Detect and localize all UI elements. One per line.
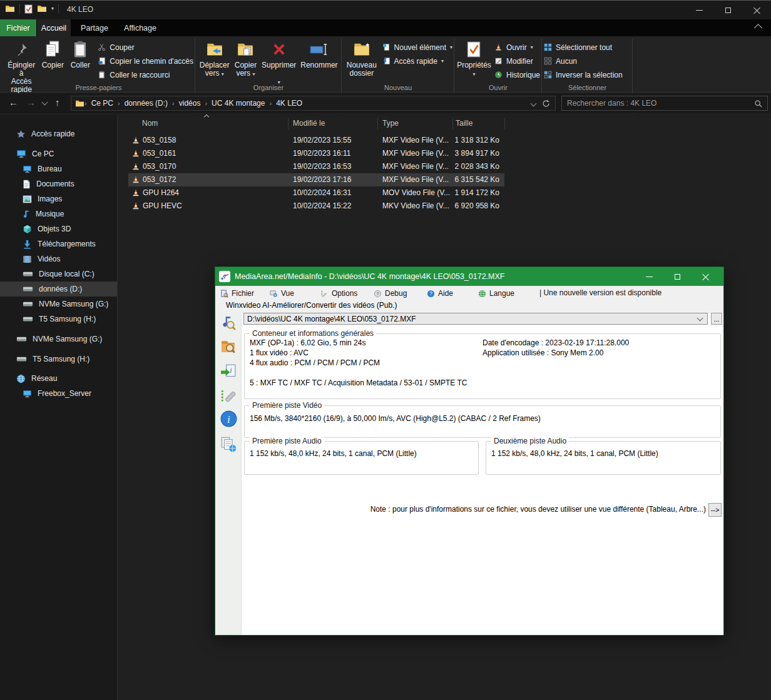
copy-to-button[interactable]: Copier vers ▾ (232, 38, 259, 78)
web-export-icon[interactable] (220, 435, 237, 453)
menu-options[interactable]: Options (320, 286, 357, 301)
sidebar-item-ce-pc[interactable]: Ce PC (0, 146, 117, 161)
sidebar-item-telechargements[interactable]: Téléchargements (0, 236, 117, 251)
address-dropdown-caret-icon[interactable] (531, 100, 537, 106)
sidebar-item-t5-samsung-h-root[interactable]: T5 Samsung (H:) (0, 352, 117, 367)
file-row[interactable]: GPU H264 10/02/2024 16:31 MOV Video File… (128, 186, 504, 200)
sidebar-item-bureau[interactable]: Bureau (0, 161, 117, 176)
menu-debug[interactable]: ? Debug (374, 286, 407, 301)
menu-aide[interactable]: ? Aide (427, 286, 453, 301)
ribbon-group-open: Propriétés▾ Ouvrir ▾ Modifier Historique (456, 36, 540, 93)
file-size: 2 028 343 Ko (438, 162, 499, 171)
select-all-button[interactable]: Sélectionner tout (544, 42, 631, 53)
new-folder-icon[interactable] (37, 4, 47, 13)
qat-customize-caret-icon[interactable]: ▾ (51, 6, 54, 11)
open-button[interactable]: Ouvrir ▾ (494, 42, 540, 53)
file-row[interactable]: 053_0161 19/02/2023 16:11 MXF Video File… (128, 147, 504, 160)
tab-fichier[interactable]: Fichier (0, 19, 36, 36)
sidebar-item-videos[interactable]: Vidéos (0, 251, 117, 266)
sidebar-item-freebox-server[interactable]: Freebox_Server (0, 386, 117, 401)
search-icon[interactable] (754, 99, 767, 108)
edit-button[interactable]: Modifier (494, 56, 540, 66)
folder-icon[interactable] (5, 4, 15, 13)
file-row[interactable]: GPU HEVC 10/02/2024 15:22 MKV Video File… (128, 200, 504, 213)
column-header-type[interactable]: Type (382, 119, 399, 128)
breadcrumb[interactable]: › Ce PC › données (D:) › vidéos › UC 4K … (71, 96, 556, 111)
collapse-ribbon-icon[interactable] (754, 24, 762, 32)
group-label-new: Nouveau (344, 84, 452, 91)
recent-locations-caret-icon[interactable] (42, 99, 48, 106)
quick-access-add-button[interactable]: Accès rapide ▾ (382, 56, 452, 66)
menu-fichier[interactable]: Fichier (220, 286, 254, 301)
ad-banner-link[interactable]: Winxvideo AI-Améliorer/Convertir des vid… (215, 301, 723, 313)
copy-path-button[interactable]: Copier le chemin d'accès (98, 56, 193, 66)
video-stream-count: 1 flux vidéo : AVC (250, 348, 309, 357)
new-item-button[interactable]: Nouvel élément ▾ (382, 42, 452, 53)
column-header-modifie-le[interactable]: Modifié le (293, 119, 325, 128)
close-button[interactable] (742, 1, 771, 19)
preferences-icon[interactable] (220, 387, 237, 405)
maximize-button[interactable] (713, 1, 742, 19)
tab-accueil[interactable]: Accueil (37, 19, 71, 36)
cut-button[interactable]: Couper (98, 42, 193, 53)
update-notice[interactable]: | Une nouvelle version est disponible (539, 288, 661, 297)
properties-button[interactable]: Propriétés▾ (456, 38, 492, 78)
open-file-icon[interactable] (220, 314, 237, 332)
back-icon[interactable]: ← (9, 97, 18, 108)
file-path-combobox[interactable]: D:\vidéos\UC 4K montage\4K LEO\053_0172.… (243, 313, 708, 325)
search-input[interactable] (562, 99, 754, 108)
menu-vue[interactable]: Vue (270, 286, 294, 301)
new-folder-button[interactable]: Nouveau dossier (344, 38, 380, 78)
sidebar-item-reseau[interactable]: Réseau (0, 371, 117, 386)
sidebar-item-nvme-samsung-g-root[interactable]: NVMe Samsung (G:) (0, 332, 117, 347)
invert-selection-button[interactable]: Inverser la sélection (544, 69, 631, 80)
mediainfo-close-button[interactable] (692, 267, 720, 286)
refresh-icon[interactable] (542, 99, 550, 108)
sidebar-item-t5-samsung-h[interactable]: T5 Samsung (H:) (0, 312, 117, 327)
file-row[interactable]: 053_0170 19/02/2023 16:53 MXF Video File… (128, 160, 504, 173)
breadcrumb-item-4k-leo[interactable]: 4K LEO (272, 99, 307, 108)
sidebar-item-images[interactable]: Images (0, 191, 117, 206)
computer-icon (16, 150, 26, 158)
about-info-icon[interactable]: i (220, 410, 237, 427)
column-header-nom[interactable]: Nom (142, 119, 158, 128)
minimize-button[interactable] (685, 1, 713, 19)
sidebar-item-nvme-samsung-g[interactable]: NVMe Samsung (G:) (0, 297, 117, 312)
forward-icon[interactable]: → (26, 97, 36, 108)
history-button[interactable]: Historique (494, 69, 540, 80)
paste-shortcut-button[interactable]: Coller le raccourci (98, 69, 193, 80)
tab-affichage[interactable]: Affichage (119, 19, 161, 36)
film-icon (23, 255, 32, 263)
mediainfo-minimize-button[interactable] (635, 267, 663, 286)
file-row-selected[interactable]: 053_0172 19/02/2023 17:16 MXF Video File… (128, 173, 504, 186)
properties-icon[interactable] (24, 4, 33, 14)
breadcrumb-item-uc-4k-montage[interactable]: UC 4K montage (207, 99, 269, 108)
sidebar-item-objets-3d[interactable]: Objets 3D (0, 221, 117, 236)
copy-button[interactable]: Copier (39, 38, 66, 70)
browse-button[interactable]: ... (711, 313, 722, 325)
column-header-taille[interactable]: Taille (456, 119, 472, 128)
sidebar-item-disque-local-c[interactable]: Disque local (C:) (0, 266, 117, 282)
sidebar-item-musique[interactable]: Musique (0, 206, 117, 221)
sidebar-item-documents[interactable]: Documents (0, 176, 117, 191)
audio-track-1-section: Première piste Audio 1 152 kb/s, 48,0 kH… (244, 441, 479, 475)
breadcrumb-item-donnees[interactable]: données (D:) (120, 99, 172, 108)
move-to-button[interactable]: Déplacer vers ▾ (197, 38, 232, 78)
delete-button[interactable]: Supprimer ▾ (259, 38, 298, 86)
file-row[interactable]: 053_0158 19/02/2023 15:55 MXF Video File… (128, 134, 504, 147)
up-icon[interactable]: ↑ (55, 97, 60, 108)
export-info-icon[interactable]: i (220, 363, 237, 380)
sidebar-item-acces-rapide[interactable]: Accès rapide (0, 126, 117, 141)
select-none-icon (544, 57, 552, 65)
mediainfo-maximize-button[interactable] (663, 267, 692, 286)
breadcrumb-item-videos[interactable]: vidéos (175, 99, 205, 108)
paste-button[interactable]: Coller (66, 38, 94, 70)
breadcrumb-item-ce-pc[interactable]: Ce PC (87, 99, 118, 108)
sidebar-item-donnees-d[interactable]: données (D:) (0, 282, 117, 297)
tab-partage[interactable]: Partage (78, 19, 111, 36)
open-folder-icon[interactable] (220, 338, 237, 355)
switch-view-button[interactable]: --> (708, 503, 722, 517)
rename-button[interactable]: Renommer (299, 38, 340, 70)
menu-langue[interactable]: Langue (478, 286, 514, 301)
select-none-button[interactable]: Aucun (544, 56, 631, 66)
